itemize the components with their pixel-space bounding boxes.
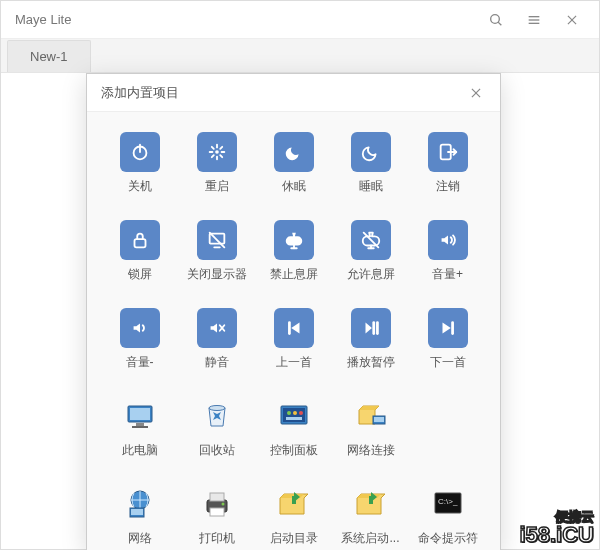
- dialog-title: 添加内置项目: [101, 84, 460, 102]
- svg-rect-57: [369, 496, 373, 504]
- item-label: 注销: [436, 178, 460, 195]
- startup-folder-icon: [274, 484, 314, 524]
- play-pause-icon: [351, 308, 391, 348]
- item-startup-folder[interactable]: 启动目录: [257, 484, 330, 550]
- svg-point-11: [215, 150, 219, 154]
- tabstrip: New-1: [1, 39, 599, 73]
- svg-rect-48: [374, 417, 384, 422]
- item-label: 系统启动...: [341, 530, 399, 547]
- shutdown-icon: [120, 132, 160, 172]
- network-connections-icon: [351, 396, 391, 436]
- this-pc-icon: [120, 396, 160, 436]
- item-this-pc[interactable]: 此电脑: [103, 396, 176, 474]
- item-play-pause[interactable]: 播放暂停: [334, 308, 407, 386]
- item-label: 音量-: [126, 354, 154, 371]
- main-window: Maye Lite New-1 添加内置项目 关机重启休眠睡眠注销锁屏关闭显示器…: [0, 0, 600, 550]
- item-shutdown[interactable]: 关机: [103, 132, 176, 210]
- items-grid: 关机重启休眠睡眠注销锁屏关闭显示器禁止息屏允许息屏音量+音量-静音上一首播放暂停…: [87, 112, 500, 550]
- mute-icon: [197, 308, 237, 348]
- svg-rect-46: [286, 417, 302, 420]
- close-button[interactable]: [553, 1, 591, 39]
- item-vol-down[interactable]: 音量-: [103, 308, 176, 386]
- add-builtin-dialog: 添加内置项目 关机重启休眠睡眠注销锁屏关闭显示器禁止息屏允许息屏音量+音量-静音…: [86, 73, 501, 550]
- no-idle-icon: [274, 220, 314, 260]
- item-label: 睡眠: [359, 178, 383, 195]
- item-next-track[interactable]: 下一首: [411, 308, 484, 386]
- prev-track-icon: [274, 308, 314, 348]
- menu-button[interactable]: [515, 1, 553, 39]
- item-label: 静音: [205, 354, 229, 371]
- svg-rect-37: [130, 408, 150, 420]
- svg-line-16: [211, 147, 213, 149]
- dialog-close-button[interactable]: [460, 77, 492, 109]
- item-label: 关机: [128, 178, 152, 195]
- item-label: 禁止息屏: [270, 266, 318, 283]
- network-icon: [120, 484, 160, 524]
- item-system-startup[interactable]: 系统启动...: [334, 484, 407, 550]
- logoff-icon: [428, 132, 468, 172]
- svg-rect-53: [210, 493, 224, 501]
- item-restart[interactable]: 重启: [180, 132, 253, 210]
- item-label: 启动目录: [270, 530, 318, 547]
- titlebar: Maye Lite: [1, 1, 599, 39]
- item-cmd[interactable]: C:\>_命令提示符: [411, 484, 484, 550]
- svg-line-24: [209, 233, 224, 248]
- watermark: 便携云 i58.iCU: [519, 512, 594, 548]
- svg-rect-51: [131, 509, 143, 515]
- svg-point-40: [209, 406, 225, 411]
- svg-point-43: [287, 411, 291, 415]
- item-lock[interactable]: 锁屏: [103, 220, 176, 298]
- svg-line-1: [498, 22, 501, 25]
- lock-icon: [120, 220, 160, 260]
- allow-idle-icon: [351, 220, 391, 260]
- svg-point-45: [299, 411, 303, 415]
- item-prev-track[interactable]: 上一首: [257, 308, 330, 386]
- item-label: 网络连接: [347, 442, 395, 459]
- item-label: 关闭显示器: [187, 266, 247, 283]
- item-label: 音量+: [432, 266, 463, 283]
- control-panel-icon: [274, 396, 314, 436]
- svg-point-44: [293, 411, 297, 415]
- item-recycle-bin[interactable]: 回收站: [180, 396, 253, 474]
- svg-rect-56: [292, 496, 296, 504]
- item-monitor-off[interactable]: 关闭显示器: [180, 220, 253, 298]
- dialog-header: 添加内置项目: [87, 74, 500, 112]
- item-label: 休眠: [282, 178, 306, 195]
- item-mute[interactable]: 静音: [180, 308, 253, 386]
- system-startup-icon: [351, 484, 391, 524]
- monitor-off-icon: [197, 220, 237, 260]
- item-label: 允许息屏: [347, 266, 395, 283]
- recycle-bin-icon: [197, 396, 237, 436]
- item-hibernate[interactable]: 休眠: [257, 132, 330, 210]
- item-control-panel[interactable]: 控制面板: [257, 396, 330, 474]
- item-label: 控制面板: [270, 442, 318, 459]
- item-label: 播放暂停: [347, 354, 395, 371]
- printers-icon: [197, 484, 237, 524]
- search-button[interactable]: [477, 1, 515, 39]
- item-logoff[interactable]: 注销: [411, 132, 484, 210]
- svg-rect-38: [136, 423, 144, 426]
- tab-new-1[interactable]: New-1: [7, 40, 91, 72]
- vol-down-icon: [120, 308, 160, 348]
- item-network[interactable]: 网络: [103, 484, 176, 550]
- item-label: 打印机: [199, 530, 235, 547]
- sleep-icon: [351, 132, 391, 172]
- item-printers[interactable]: 打印机: [180, 484, 253, 550]
- svg-point-0: [491, 14, 500, 23]
- item-sleep[interactable]: 睡眠: [334, 132, 407, 210]
- svg-line-18: [211, 155, 213, 157]
- item-label: 命令提示符: [418, 530, 478, 547]
- item-label: 锁屏: [128, 266, 152, 283]
- svg-text:C:\>_: C:\>_: [438, 497, 458, 506]
- cmd-icon: C:\>_: [428, 484, 468, 524]
- item-vol-up[interactable]: 音量+: [411, 220, 484, 298]
- hibernate-icon: [274, 132, 314, 172]
- item-label: 重启: [205, 178, 229, 195]
- vol-up-icon: [428, 220, 468, 260]
- item-no-idle[interactable]: 禁止息屏: [257, 220, 330, 298]
- item-network-connections[interactable]: 网络连接: [334, 396, 407, 474]
- next-track-icon: [428, 308, 468, 348]
- svg-line-17: [220, 155, 222, 157]
- item-allow-idle[interactable]: 允许息屏: [334, 220, 407, 298]
- restart-icon: [197, 132, 237, 172]
